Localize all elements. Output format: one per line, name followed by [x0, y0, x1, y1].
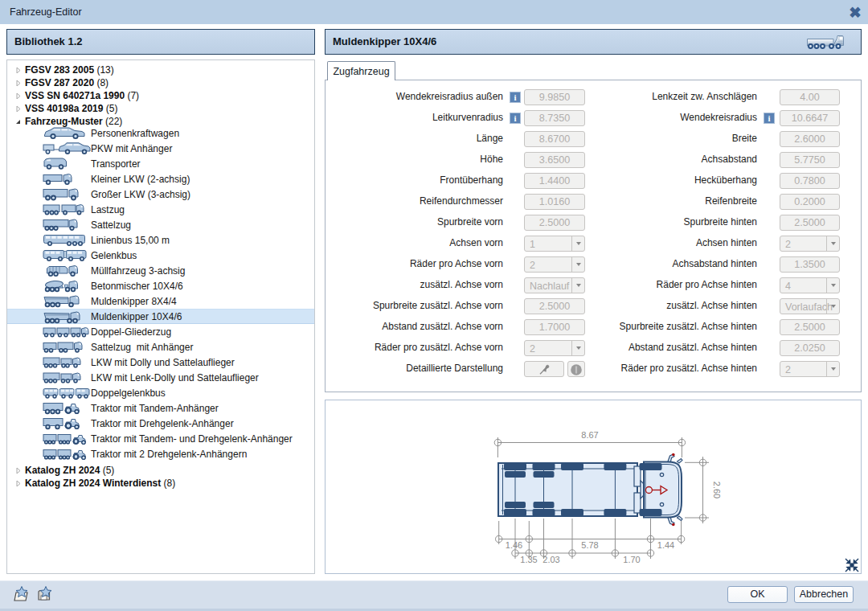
svg-text:1.35: 1.35 [520, 555, 537, 564]
svg-text:1.44: 1.44 [657, 540, 674, 550]
svg-text:5.78: 5.78 [581, 540, 598, 550]
svg-text:2.60: 2.60 [712, 482, 722, 498]
svg-text:1.70: 1.70 [623, 555, 640, 564]
svg-text:1.46: 1.46 [506, 540, 522, 550]
svg-text:8.67: 8.67 [581, 430, 598, 440]
svg-text:2.03: 2.03 [542, 555, 559, 564]
